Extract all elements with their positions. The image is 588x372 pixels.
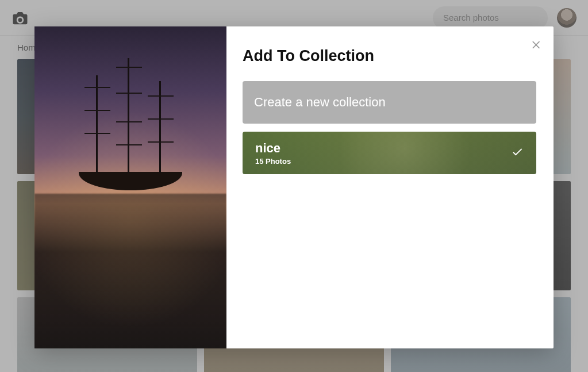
modal-preview-image: [34, 26, 226, 348]
create-collection-label: Create a new collection: [254, 95, 386, 109]
add-to-collection-modal: Add To Collection Create a new collectio…: [34, 26, 554, 348]
collection-name: nice: [255, 141, 291, 156]
create-collection-button[interactable]: Create a new collection: [243, 81, 536, 124]
modal-title: Add To Collection: [243, 47, 536, 65]
check-icon: [511, 145, 524, 160]
collection-item-nice[interactable]: nice 15 Photos: [243, 132, 536, 174]
modal-body: Add To Collection Create a new collectio…: [226, 26, 554, 348]
collection-count: 15 Photos: [255, 157, 291, 166]
close-icon[interactable]: [529, 38, 543, 52]
